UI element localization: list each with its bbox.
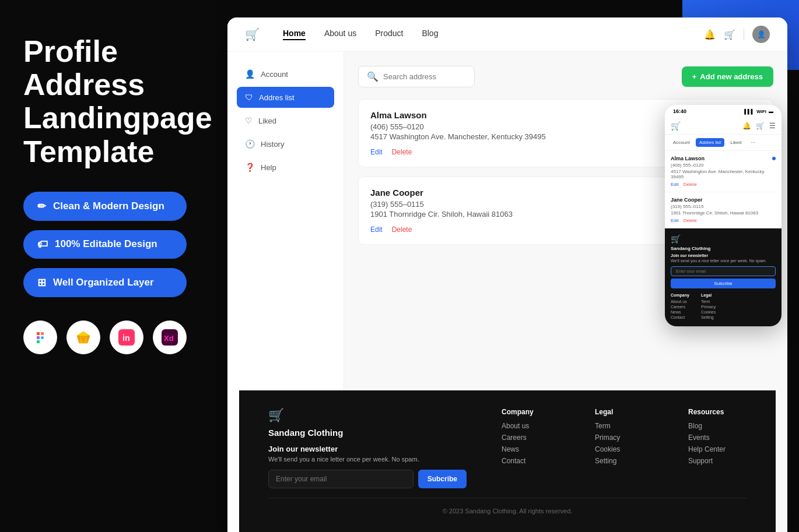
mobile-tab-account[interactable]: Account [670, 138, 693, 147]
svg-rect-0 [37, 332, 40, 335]
mf-news[interactable]: News [671, 310, 689, 314]
mobile-footer-links: Company About us Careers News Contact Le… [671, 293, 776, 320]
footer-resources-title: Resources [688, 408, 747, 416]
address-edit-1[interactable]: Edit [370, 148, 383, 156]
mobile-addr-delete-1[interactable]: Delete [684, 182, 697, 187]
mobile-addr-street-1: 4517 Washington Ave. Manchester, Kentuck… [671, 169, 776, 179]
search-box[interactable]: 🔍 [358, 66, 475, 87]
mobile-footer-legal-title: Legal [701, 293, 716, 297]
nav-link-product[interactable]: Product [375, 29, 403, 40]
mf-setting[interactable]: Setting [701, 315, 716, 319]
figma-icon[interactable] [23, 320, 57, 354]
footer-link-term[interactable]: Term [595, 422, 653, 430]
addresslist-icon: 🛡 [245, 93, 253, 102]
hero-title: ProfileAddressLandingpageTemplate [23, 35, 192, 168]
mobile-tab-addresslist[interactable]: Addres list [696, 138, 724, 147]
add-address-button[interactable]: + Add new address [682, 66, 773, 87]
svg-rect-1 [41, 332, 44, 335]
mobile-tab-more[interactable]: ⋯ [747, 138, 759, 147]
sidebar-item-history[interactable]: 🕐 History [237, 133, 334, 154]
address-delete-2[interactable]: Delete [392, 226, 412, 234]
sidebar-label-account: Account [261, 70, 288, 79]
footer-email-input[interactable] [268, 470, 413, 488]
mobile-footer-email-input[interactable] [671, 266, 776, 276]
mobile-footer-logo: 🛒 [671, 234, 776, 244]
bell-icon[interactable]: 🔔 [704, 29, 716, 40]
sidebar-item-addresslist[interactable]: 🛡 Addres list [237, 87, 334, 108]
nav-link-home[interactable]: Home [283, 29, 306, 40]
nav-divider [744, 29, 744, 40]
feature-btn-design[interactable]: ✏ Clean & Modern Design [23, 192, 187, 221]
footer-link-news[interactable]: News [502, 445, 560, 453]
mobile-addr-street-2: 1901 Thornridge Cir. Shiloh, Hawaii 8106… [671, 210, 776, 216]
xd-icon[interactable]: Xd [153, 320, 187, 354]
footer-link-about[interactable]: About us [502, 422, 560, 430]
mobile-footer-sub: We'll send you a nice letter once per we… [671, 259, 776, 263]
footer-link-privacy[interactable]: Primacy [595, 434, 653, 442]
mf-contact[interactable]: Contact [671, 315, 689, 319]
invision-icon[interactable]: in [110, 320, 143, 354]
footer-link-contact[interactable]: Contact [502, 457, 560, 465]
mobile-addr-name-2: Jane Cooper [671, 197, 776, 203]
footer-link-careers[interactable]: Careers [502, 434, 560, 442]
mobile-footer-legal-col: Legal Term Primacy Cookies Setting [701, 293, 716, 320]
footer-link-setting[interactable]: Setting [595, 457, 653, 465]
mobile-addr-phone-1: (406) 555–0120 [671, 163, 776, 168]
mf-privacy[interactable]: Primacy [701, 305, 716, 309]
mobile-menu-icon[interactable]: ☰ [769, 122, 776, 130]
footer-link-cookies[interactable]: Cookies [595, 445, 653, 453]
sidebar-item-liked[interactable]: ♡ Liked [237, 110, 334, 131]
mobile-bell-icon[interactable]: 🔔 [742, 122, 751, 130]
feature-label-design: Clean & Modern Design [53, 200, 164, 212]
mobile-cart2-icon[interactable]: 🛒 [756, 122, 765, 130]
address-delete-1[interactable]: Delete [392, 148, 412, 156]
mobile-cart-icon[interactable]: 🛒 [671, 121, 681, 131]
address-edit-2[interactable]: Edit [370, 226, 383, 234]
sketch-icon[interactable] [66, 320, 100, 354]
footer-link-events[interactable]: Events [688, 434, 747, 442]
mobile-addr-delete-2[interactable]: Delete [684, 218, 697, 223]
mf-about[interactable]: About us [671, 300, 689, 304]
history-icon: 🕐 [245, 139, 255, 149]
mobile-addr-edit-2[interactable]: Edit [671, 218, 679, 223]
sidebar-label-addresslist: Addres list [259, 93, 295, 102]
nav-logo-icon: 🛒 [245, 27, 260, 41]
mf-careers[interactable]: Careers [671, 305, 689, 309]
feature-label-layer: Well Organized Layer [53, 277, 154, 288]
feature-btn-editable[interactable]: 🏷 100% Editable Design [23, 230, 187, 259]
nav-link-blog[interactable]: Blog [422, 29, 438, 40]
footer-resources-col: Resources Blog Events Help Center Suppor… [688, 408, 747, 468]
liked-icon: ♡ [245, 116, 253, 125]
search-icon: 🔍 [367, 71, 379, 82]
nav-link-about[interactable]: About us [324, 29, 356, 40]
mobile-mockup: 16:40 ▌▌▌ WiFi ▬ 🛒 🔔 🛒 ☰ Account Addres … [665, 105, 782, 326]
mobile-addr-actions-1: Edit Delete [671, 182, 776, 187]
avatar[interactable]: 👤 [752, 26, 770, 43]
help-icon: ❓ [245, 163, 255, 172]
footer-subscribe-button[interactable]: Subcribe [418, 470, 467, 488]
svg-point-4 [41, 336, 44, 339]
plus-icon: + [692, 72, 697, 81]
footer-link-helpcenter[interactable]: Help Center [688, 445, 747, 453]
mobile-addr-name-1: Alma Lawson [671, 156, 776, 161]
nav-right-icons: 🔔 🛒 👤 [704, 26, 770, 43]
footer-link-support[interactable]: Support [688, 457, 747, 465]
mobile-time: 16:40 [673, 108, 686, 114]
search-input[interactable] [383, 72, 466, 81]
footer-link-blog[interactable]: Blog [688, 422, 747, 430]
mobile-status-bar: 16:40 ▌▌▌ WiFi ▬ [665, 105, 782, 118]
mobile-footer-subscribe-button[interactable]: Subcribe [671, 279, 776, 288]
browser-navbar: 🛒 Home About us Product Blog 🔔 🛒 👤 [227, 17, 787, 52]
mf-term[interactable]: Term [701, 300, 716, 304]
mobile-addr-edit-1[interactable]: Edit [671, 182, 679, 187]
sidebar-item-help[interactable]: ❓ Help [237, 157, 334, 178]
address-header: 🔍 + Add new address [358, 66, 773, 87]
footer-brand: 🛒 Sandang Clothing Join our newsletter W… [268, 408, 467, 488]
feature-btn-layer[interactable]: ⊞ Well Organized Layer [23, 268, 187, 297]
sidebar-item-account[interactable]: 👤 Account [237, 64, 334, 84]
cart-icon[interactable]: 🛒 [724, 29, 735, 40]
mobile-tab-liked[interactable]: Liked [727, 138, 745, 147]
footer-brand-name: Sandang Clothing [268, 428, 467, 438]
mf-cookies[interactable]: Cookies [701, 310, 716, 314]
mobile-nav: 🛒 🔔 🛒 ☰ [665, 118, 782, 135]
